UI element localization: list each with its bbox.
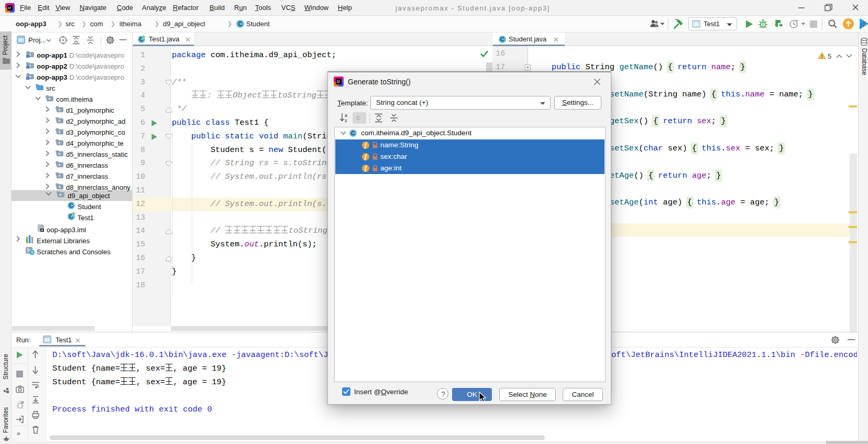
svg-text:a: a bbox=[345, 113, 348, 118]
svg-text:C: C bbox=[500, 36, 504, 42]
svg-text:C: C bbox=[238, 20, 243, 28]
svg-text:z: z bbox=[345, 118, 347, 123]
svg-text:C: C bbox=[351, 130, 355, 136]
